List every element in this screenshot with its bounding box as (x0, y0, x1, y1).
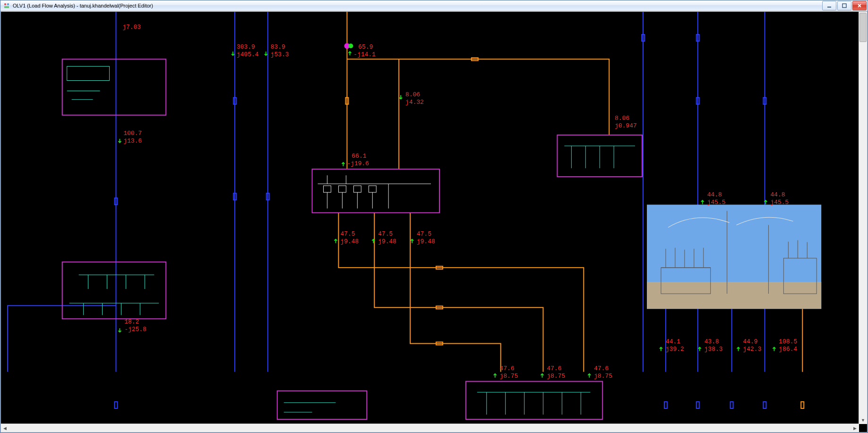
svg-text:-j19.6: -j19.6 (347, 160, 369, 167)
svg-text:j9.48: j9.48 (378, 238, 396, 245)
svg-text:j405.4: j405.4 (237, 51, 259, 58)
svg-text:j39.2: j39.2 (666, 346, 684, 353)
svg-rect-56 (647, 282, 821, 309)
centre-substation-internals (318, 175, 431, 208)
scroll-right-icon[interactable]: ▶ (851, 424, 859, 432)
svg-text:8.06: 8.06 (405, 91, 420, 98)
app-window: OLV1 (Load Flow Analysis) - tanuj.khande… (0, 0, 868, 433)
svg-point-9 (348, 43, 353, 48)
svg-rect-14 (277, 391, 367, 419)
svg-text:108.5: 108.5 (779, 338, 797, 345)
svg-text:44.1: 44.1 (666, 338, 680, 345)
svg-rect-46 (323, 186, 331, 192)
scroll-down-icon[interactable]: ▼ (859, 416, 867, 424)
svg-text:j38.3: j38.3 (705, 346, 723, 353)
svg-text:j9.48: j9.48 (340, 238, 359, 245)
svg-rect-16 (67, 66, 110, 80)
svg-text:65.9: 65.9 (358, 43, 373, 51)
svg-text:j8.75: j8.75 (547, 373, 565, 380)
svg-rect-49 (369, 186, 376, 192)
svg-text:47.6: 47.6 (594, 365, 609, 372)
maximize-button[interactable] (837, 1, 851, 10)
svg-text:j7.03: j7.03 (122, 24, 141, 31)
close-button[interactable] (852, 1, 867, 10)
svg-point-1 (7, 3, 9, 5)
svg-rect-48 (353, 186, 361, 192)
svg-text:47.5: 47.5 (417, 230, 431, 238)
svg-rect-47 (338, 186, 346, 192)
titlebar[interactable]: OLV1 (Load Flow Analysis) - tanuj.khande… (0, 0, 868, 11)
diagram-canvas[interactable]: j7.03 303.9 j405.4 83.9 j53.3 65.9 -j14.… (1, 12, 859, 424)
svg-text:44.8: 44.8 (707, 191, 722, 198)
svg-text:66.1: 66.1 (352, 153, 366, 160)
svg-text:j45.5: j45.5 (770, 199, 789, 206)
svg-text:47.5: 47.5 (378, 230, 393, 238)
svg-text:j4.32: j4.32 (405, 99, 424, 106)
svg-text:j53.3: j53.3 (271, 51, 289, 58)
svg-rect-3 (827, 7, 831, 8)
svg-text:-j25.8: -j25.8 (124, 326, 146, 333)
svg-text:-j14.1: -j14.1 (353, 51, 376, 58)
svg-text:303.9: 303.9 (237, 43, 255, 51)
svg-text:47.6: 47.6 (500, 365, 515, 372)
svg-text:44.8: 44.8 (770, 191, 785, 198)
svg-text:44.9: 44.9 (743, 338, 758, 345)
svg-text:j9.48: j9.48 (417, 238, 435, 245)
substation-photo (647, 204, 821, 309)
svg-text:j0.947: j0.947 (615, 122, 637, 129)
vertical-scrollbar[interactable]: ▲ ▼ (859, 12, 867, 424)
minimize-button[interactable] (822, 1, 836, 10)
horizontal-scrollbar[interactable]: ◀ ▶ (1, 424, 859, 432)
svg-text:j8.75: j8.75 (500, 373, 518, 380)
svg-text:j42.3: j42.3 (743, 346, 762, 353)
svg-rect-2 (4, 6, 9, 8)
flow-labels: j7.03 303.9 j405.4 83.9 j53.3 65.9 -j14.… (118, 24, 797, 380)
svg-point-0 (4, 3, 6, 5)
svg-text:43.8: 43.8 (705, 338, 719, 345)
svg-rect-10 (62, 59, 166, 115)
svg-text:100.7: 100.7 (123, 130, 142, 137)
svg-text:47.6: 47.6 (547, 365, 561, 372)
svg-text:47.5: 47.5 (340, 230, 355, 238)
scroll-left-icon[interactable]: ◀ (1, 424, 9, 432)
diagram-viewport: j7.03 303.9 j405.4 83.9 j53.3 65.9 -j14.… (0, 11, 868, 433)
svg-rect-11 (62, 262, 166, 319)
window-buttons (821, 1, 867, 10)
svg-text:j45.5: j45.5 (707, 199, 726, 206)
svg-text:j8.75: j8.75 (594, 373, 612, 380)
svg-text:j86.4: j86.4 (779, 346, 797, 353)
svg-rect-4 (842, 4, 846, 8)
app-icon (3, 2, 10, 9)
window-title: OLV1 (Load Flow Analysis) - tanuj.khande… (13, 3, 153, 8)
scroll-thumb-vertical[interactable] (859, 13, 867, 42)
svg-text:j13.6: j13.6 (123, 137, 142, 144)
svg-text:18.2: 18.2 (124, 318, 139, 325)
svg-text:8.06: 8.06 (615, 115, 629, 122)
svg-text:83.9: 83.9 (271, 43, 285, 51)
